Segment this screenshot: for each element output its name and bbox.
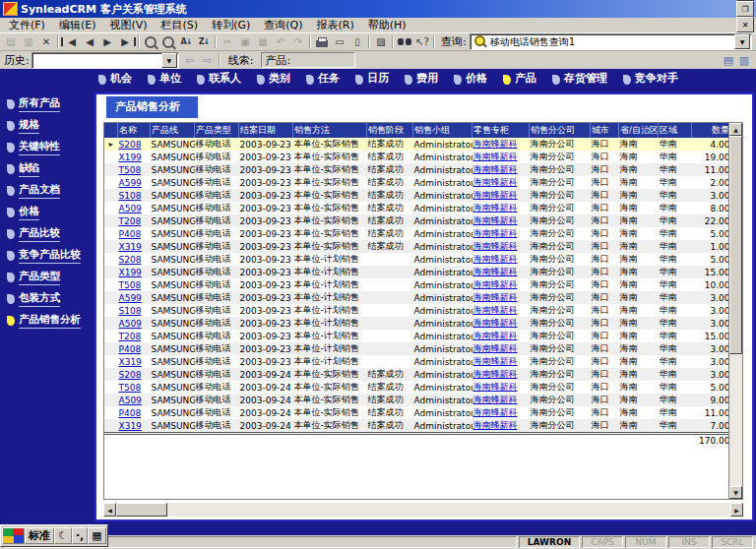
vertical-scrollbar[interactable]: ▲ ▼ (728, 123, 742, 499)
cell[interactable]: 海南蜂新科 (472, 419, 530, 434)
table-row[interactable]: A599SAMSUNG移动电话2003-09-23本单位-实际销售结案成功Adm… (104, 176, 728, 189)
history-dropdown-arrow-icon[interactable]: ▼ (161, 53, 177, 68)
prev-record-icon[interactable]: ◀ (81, 34, 98, 49)
ime-mode-button[interactable]: 标准 (25, 527, 54, 544)
column-header-城市[interactable]: 城市 (591, 123, 619, 138)
counter-link[interactable]: 海南蜂新科 (473, 139, 518, 149)
sidebar-item-产品文档[interactable]: 产品文档 (0, 180, 94, 202)
table-row[interactable]: S208SAMSUNG移动电话2003-09-24本单位-实际销售结案成功Adm… (104, 368, 728, 381)
cell[interactable]: T508 (118, 278, 151, 291)
cell[interactable]: 海南蜂新科 (472, 406, 530, 419)
column-header-销售方法[interactable]: 销售方法 (293, 123, 367, 138)
table-row[interactable]: T508SAMSUNG移动电话2003-09-24本单位-实际销售结案成功Adm… (104, 381, 728, 394)
column-header-省/自治区[interactable]: 省/自治区 (619, 123, 659, 138)
cell[interactable]: 海南蜂新科 (472, 253, 530, 266)
menu-item-7[interactable]: 帮助(H) (361, 18, 413, 32)
product-link[interactable]: P408 (119, 344, 142, 354)
cell[interactable]: 海南蜂新科 (472, 163, 530, 176)
cell[interactable]: S108 (118, 189, 151, 202)
report-icon[interactable]: ▨ (372, 34, 390, 49)
cell[interactable]: X199 (118, 151, 151, 163)
query-combobox[interactable]: 移动电话销售查询1 ▼ (470, 33, 752, 50)
cell[interactable]: A599 (118, 176, 151, 189)
counter-link[interactable]: 海南蜂新科 (473, 152, 518, 161)
horizontal-scroll-thumb[interactable] (116, 503, 167, 517)
column-header-数量[interactable]: 数量 (692, 123, 729, 138)
cell[interactable]: 海南蜂新科 (472, 214, 530, 227)
product-link[interactable]: S108 (119, 306, 142, 316)
cell[interactable]: S208 (118, 138, 151, 151)
table-row[interactable]: A509SAMSUNG移动电话2003-09-23本单位-计划销售Adminis… (104, 317, 728, 330)
product-link[interactable]: A599 (119, 178, 142, 188)
cell[interactable]: T508 (118, 381, 151, 394)
menu-item-4[interactable]: 转到(G) (205, 18, 257, 32)
counter-link[interactable]: 海南蜂新科 (473, 318, 518, 328)
restore-button[interactable]: ❐ (736, 1, 754, 17)
counter-link[interactable]: 海南蜂新科 (473, 382, 518, 392)
horizontal-scroll-track[interactable] (116, 503, 730, 517)
counter-link[interactable]: 海南蜂新科 (473, 279, 518, 289)
cell[interactable]: 海南蜂新科 (472, 368, 530, 381)
scroll-right-icon[interactable]: ▶ (730, 503, 743, 517)
product-link[interactable]: P408 (119, 229, 142, 239)
menu-item-6[interactable]: 报表(R) (310, 18, 361, 32)
product-link[interactable]: X319 (119, 242, 142, 252)
page-setup-icon[interactable]: ▭ (331, 34, 348, 49)
counter-link[interactable]: 海南蜂新科 (473, 267, 518, 276)
cell[interactable]: 海南蜂新科 (472, 394, 530, 406)
zoom-search-icon[interactable] (159, 34, 177, 49)
table-row[interactable]: P408SAMSUNG移动电话2003-09-23本单位-实际销售结案成功Adm… (104, 227, 728, 240)
tab-任务[interactable]: 任务 (300, 69, 349, 89)
table-row[interactable]: A509SAMSUNG移动电话2003-09-23本单位-实际销售结案成功Adm… (104, 202, 728, 214)
card-view-icon[interactable]: ▤ (721, 53, 736, 67)
table-row[interactable]: A509SAMSUNG移动电话2003-09-24本单位-实际销售结案成功Adm… (104, 394, 728, 406)
ime-logo-icon[interactable] (2, 527, 25, 544)
sidebar-item-产品比较[interactable]: 产品比较 (0, 223, 94, 245)
table-row[interactable]: A599SAMSUNG移动电话2003-09-23本单位-计划销售Adminis… (104, 291, 728, 304)
counter-link[interactable]: 海南蜂新科 (473, 190, 518, 200)
counter-link[interactable]: 海南蜂新科 (473, 343, 518, 353)
sidebar-item-所有产品[interactable]: 所有产品 (0, 93, 94, 115)
cell[interactable]: 海南蜂新科 (472, 381, 530, 394)
cell[interactable]: 海南蜂新科 (472, 291, 530, 304)
copy-icon[interactable]: ▣ (236, 34, 254, 49)
tab-单位[interactable]: 单位 (142, 69, 191, 89)
cell[interactable]: T508 (118, 163, 151, 176)
table-row[interactable]: X199SAMSUNG移动电话2003-09-23本单位-计划销售Adminis… (104, 266, 728, 278)
cell[interactable]: 海南蜂新科 (472, 138, 530, 151)
product-link[interactable]: T208 (119, 216, 142, 226)
menu-item-2[interactable]: 视图(V) (102, 18, 154, 32)
cell[interactable]: 海南蜂新科 (472, 304, 530, 317)
column-header-产品类型[interactable]: 产品类型 (195, 123, 239, 138)
cell[interactable]: 海南蜂新科 (472, 317, 530, 330)
table-row[interactable]: P408SAMSUNG移动电话2003-09-24本单位-实际销售结案成功Adm… (104, 406, 728, 419)
ime-keyboard-icon[interactable]: ▦ (88, 527, 105, 544)
tab-机会[interactable]: 机会 (93, 69, 142, 89)
table-row[interactable]: X319SAMSUNG移动电话2003-09-23本单位-实际销售结案成功Adm… (104, 240, 728, 253)
sidebar-item-竞争产品比较[interactable]: 竞争产品比较 (0, 245, 94, 267)
cell[interactable]: X319 (118, 240, 151, 253)
new-icon[interactable]: ▤ (2, 34, 20, 49)
product-link[interactable]: S108 (119, 191, 142, 201)
history-combobox[interactable]: ▼ (32, 52, 179, 69)
table-row[interactable]: S108SAMSUNG移动电话2003-09-23本单位-计划销售Adminis… (104, 304, 728, 317)
ime-fullhalf-icon[interactable]: ☾ (54, 527, 72, 544)
counter-link[interactable]: 海南蜂新科 (473, 292, 518, 302)
menu-item-3[interactable]: 栏目(S) (155, 18, 206, 32)
product-link[interactable]: S208 (119, 370, 142, 380)
counter-link[interactable]: 海南蜂新科 (473, 228, 518, 238)
product-link[interactable]: X319 (119, 421, 142, 431)
column-header-销售阶段[interactable]: 销售阶段 (367, 123, 413, 138)
product-link[interactable]: T208 (119, 332, 142, 341)
print-icon[interactable] (313, 34, 331, 49)
menu-item-5[interactable]: 查询(Q) (257, 18, 309, 32)
menu-item-0[interactable]: 文件(F) (2, 18, 52, 32)
counter-link[interactable]: 海南蜂新科 (473, 177, 518, 187)
product-link[interactable]: A509 (119, 319, 142, 329)
counter-link[interactable]: 海南蜂新科 (473, 395, 518, 404)
cell[interactable]: 海南蜂新科 (472, 227, 530, 240)
table-row[interactable]: X199SAMSUNG移动电话2003-09-23本单位-实际销售结案成功Adm… (104, 151, 728, 163)
column-header-结案日期[interactable]: 结案日期 (239, 123, 293, 138)
counter-link[interactable]: 海南蜂新科 (473, 254, 518, 264)
cell[interactable]: X319 (118, 355, 151, 368)
